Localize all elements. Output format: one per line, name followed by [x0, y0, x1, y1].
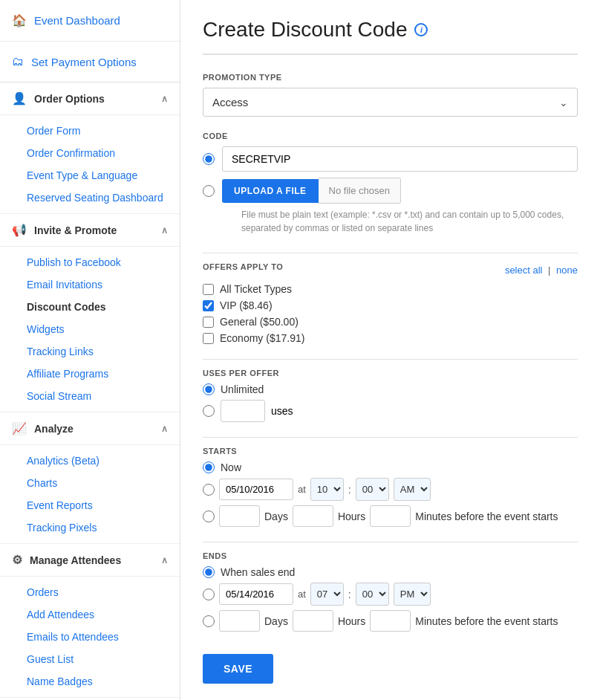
none-link[interactable]: none — [556, 265, 578, 276]
starts-label: STARTS — [203, 447, 578, 456]
ends-date-radio[interactable] — [203, 589, 215, 600]
sidebar-item-event-dashboard[interactable]: 🏠 Event Dashboard — [0, 0, 180, 42]
starts-hours-input[interactable] — [293, 505, 333, 527]
now-label: Now — [221, 461, 241, 473]
analyze-links: Analytics (Beta) Charts Event Reports Tr… — [0, 445, 180, 544]
sidebar-link-widgets[interactable]: Widgets — [15, 318, 180, 340]
manage-attendees-label: Manage Attendees — [30, 554, 121, 566]
ends-label: ENDS — [203, 551, 578, 560]
ends-days-input[interactable] — [219, 610, 260, 632]
sidebar: 🏠 Event Dashboard 🗂 Set Payment Options … — [0, 0, 180, 700]
sidebar-link-affiliate-programs[interactable]: Affiliate Programs — [15, 363, 180, 385]
ends-relative-row: Days Hours Minutes before the event star… — [203, 610, 578, 632]
select-links: select all | none — [505, 265, 578, 276]
sidebar-section-manage-attendees[interactable]: ⚙ Manage Attendees ∧ — [0, 544, 180, 577]
starts-section: STARTS Now at 10 : 00 AM PM Days — [203, 447, 578, 527]
ends-relative-radio[interactable] — [203, 615, 215, 627]
sidebar-link-name-badges[interactable]: Name Badges — [15, 670, 180, 693]
sidebar-link-event-reports[interactable]: Event Reports — [15, 494, 180, 516]
sidebar-section-order-options[interactable]: 👤 Order Options ∧ — [0, 82, 180, 115]
uses-per-offer-label: USES PER OFFER — [203, 369, 578, 377]
sidebar-link-charts[interactable]: Charts — [15, 472, 180, 494]
sidebar-link-social-stream[interactable]: Social Stream — [15, 385, 180, 407]
uses-count-input[interactable] — [221, 400, 265, 422]
unlimited-radio[interactable] — [203, 383, 215, 395]
ends-date-input[interactable] — [219, 583, 293, 605]
sidebar-link-event-type-language[interactable]: Event Type & Language — [15, 164, 180, 187]
all-ticket-types-row: All Ticket Types — [203, 283, 578, 295]
sidebar-link-add-attendees[interactable]: Add Attendees — [15, 603, 180, 626]
sidebar-link-tracking-links[interactable]: Tracking Links — [15, 340, 180, 363]
offers-header: OFFERS APPLY TO select all | none — [203, 262, 578, 277]
code-text-input[interactable] — [222, 146, 578, 172]
sidebar-section-analyze[interactable]: 📈 Analyze ∧ — [0, 412, 180, 445]
invite-promote-chevron: ∧ — [161, 225, 168, 236]
starts-date-input[interactable] — [219, 479, 293, 500]
ends-minute-select[interactable]: 00 — [356, 583, 389, 606]
order-options-label: Order Options — [34, 93, 105, 105]
starts-hour-select[interactable]: 10 — [310, 478, 344, 501]
divider-2 — [203, 359, 578, 360]
starts-datetime-row: at 10 : 00 AM PM — [203, 478, 578, 501]
divider-1 — [203, 253, 578, 253]
analyze-icon: 📈 — [12, 421, 27, 435]
page-title: Create Discount Code i — [203, 18, 578, 55]
sidebar-link-emails-to-attendees[interactable]: Emails to Attendees — [15, 626, 180, 648]
code-label: CODE — [203, 132, 578, 140]
sidebar-link-reserved-seating[interactable]: Reserved Seating Dashboard — [15, 187, 180, 209]
starts-at-label: at — [298, 484, 306, 495]
sidebar-link-tracking-pixels[interactable]: Tracking Pixels — [15, 516, 180, 539]
all-ticket-types-checkbox[interactable] — [203, 284, 214, 295]
sidebar-link-publish-facebook[interactable]: Publish to Facebook — [15, 251, 180, 273]
sidebar-link-orders[interactable]: Orders — [15, 581, 180, 603]
minutes-before-label: Minutes before the event starts — [415, 511, 558, 522]
code-file-radio[interactable] — [203, 185, 215, 197]
starts-days-input[interactable] — [219, 505, 260, 527]
code-manual-radio[interactable] — [203, 153, 215, 165]
vip-ticket-row: VIP ($8.46) — [203, 299, 578, 311]
starts-date-radio[interactable] — [203, 484, 215, 496]
analyze-chevron: ∧ — [161, 424, 168, 434]
select-all-link[interactable]: select all — [505, 265, 543, 276]
sidebar-item-payment-options[interactable]: 🗂 Set Payment Options — [0, 42, 180, 82]
starts-relative-radio[interactable] — [203, 511, 215, 522]
economy-checkbox[interactable] — [203, 333, 214, 344]
ends-minutes-input[interactable] — [370, 610, 411, 632]
vip-checkbox[interactable] — [203, 300, 214, 311]
custom-uses-radio[interactable] — [203, 405, 215, 417]
sidebar-link-email-invitations[interactable]: Email Invitations — [15, 273, 180, 296]
general-checkbox[interactable] — [203, 317, 214, 328]
starts-minutes-input[interactable] — [370, 505, 411, 527]
sidebar-link-order-form[interactable]: Order Form — [15, 120, 180, 142]
starts-now-radio[interactable] — [203, 461, 215, 473]
sidebar-section-invite-promote[interactable]: 📢 Invite & Promote ∧ — [0, 214, 180, 247]
ends-hour-select[interactable]: 07 — [310, 583, 344, 606]
starts-ampm-select[interactable]: AM PM — [394, 478, 431, 501]
save-button[interactable]: SAVE — [203, 654, 273, 684]
no-file-label: No file chosen — [319, 178, 401, 204]
general-ticket-row: General ($50.00) — [203, 316, 578, 328]
sidebar-link-guest-list[interactable]: Guest List — [15, 648, 180, 670]
ends-section: ENDS When sales end at 07 : 00 AM PM Da — [203, 551, 578, 632]
code-file-row: UPLOAD A FILE No file chosen File must b… — [203, 178, 578, 238]
invite-icon: 📢 — [12, 223, 27, 237]
sidebar-event-dashboard-label: Event Dashboard — [34, 14, 120, 27]
ends-hours-input[interactable] — [293, 610, 333, 632]
upload-hint: File must be plain text (example: *.csv … — [222, 208, 578, 235]
days-label: Days — [264, 511, 288, 522]
ends-minutes-before-label: Minutes before the event starts — [415, 615, 558, 627]
starts-minute-select[interactable]: 00 — [356, 478, 389, 501]
info-icon[interactable]: i — [414, 23, 428, 36]
sidebar-link-order-confirmation[interactable]: Order Confirmation — [15, 142, 180, 164]
upload-file-button[interactable]: UPLOAD A FILE — [222, 179, 319, 203]
manage-attendees-links: Orders Add Attendees Emails to Attendees… — [0, 577, 180, 698]
order-options-links: Order Form Order Confirmation Event Type… — [0, 115, 180, 214]
order-options-icon: 👤 — [12, 91, 27, 106]
promotion-type-select[interactable]: Access Discount Comp — [203, 88, 577, 116]
sidebar-link-analytics-beta[interactable]: Analytics (Beta) — [15, 450, 180, 472]
ends-ampm-select[interactable]: AM PM — [394, 583, 431, 606]
manage-icon: ⚙ — [12, 553, 22, 567]
general-label: General ($50.00) — [220, 316, 299, 328]
payment-icon: 🗂 — [12, 55, 24, 68]
ends-when-sales-radio[interactable] — [203, 566, 215, 578]
